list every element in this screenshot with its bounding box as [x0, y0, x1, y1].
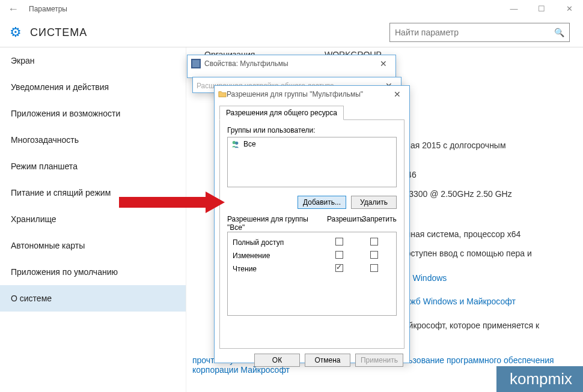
perm-row-full: Полный доступ	[233, 236, 391, 249]
folder-icon	[218, 90, 227, 98]
dialog-title: Разрешения для группы "Мультфильмы"	[227, 90, 389, 98]
sidebar-item-screen[interactable]: Экран	[0, 47, 186, 74]
checkbox-allow-read[interactable]	[335, 264, 343, 272]
window-title: Параметры	[26, 5, 500, 13]
sidebar-item-multitasking[interactable]: Многозадачность	[0, 127, 186, 153]
list-item[interactable]: Все	[231, 140, 392, 148]
dialog-title: Свойства: Мультфильмы	[204, 59, 375, 68]
remove-button[interactable]: Удалить	[351, 196, 397, 209]
sidebar-item-tablet[interactable]: Режим планшета	[0, 153, 186, 179]
cancel-button[interactable]: Отмена	[305, 354, 350, 367]
svg-point-3	[235, 142, 238, 145]
page-title: СИСТЕМА	[30, 26, 389, 39]
permissions-dialog: Разрешения для группы "Мультфильмы" ✕ Ра…	[214, 85, 410, 363]
back-button[interactable]: ←	[0, 3, 26, 16]
maximize-button[interactable]: ☐	[528, 0, 555, 18]
minimize-button[interactable]: —	[500, 0, 528, 18]
close-button[interactable]: ✕	[555, 0, 583, 18]
add-button[interactable]: Добавить...	[298, 196, 346, 209]
search-box[interactable]: 🔍	[389, 23, 570, 42]
ok-button[interactable]: ОК	[254, 354, 300, 367]
app-icon	[191, 59, 201, 68]
pen-fragment: едоступен ввод с помощью пера и	[397, 249, 532, 258]
sidebar-item-default-apps[interactable]: Приложения по умолчанию	[0, 259, 186, 285]
checkbox-deny-read[interactable]	[370, 264, 378, 272]
properties-dialog: Свойства: Мультфильмы ✕	[187, 55, 396, 78]
search-input[interactable]	[395, 28, 554, 37]
os-fragment: ионная система, процессор x64	[397, 229, 520, 239]
close-icon[interactable]: ✕	[375, 59, 392, 68]
checkbox-allow-full[interactable]	[335, 238, 343, 246]
perm-row-modify: Изменение	[233, 249, 391, 262]
perm-row-read: Чтение	[233, 262, 391, 276]
ms-fragment: Майкрософт, которое применяется к	[397, 321, 539, 330]
link-services[interactable]: служб Windows и Майкрософт	[397, 297, 516, 306]
sidebar-item-apps[interactable]: Приложения и возможности	[0, 100, 186, 127]
groups-label: Группы или пользователи:	[227, 126, 397, 134]
watermark: kompmix	[496, 366, 583, 392]
sidebar-item-about[interactable]: О системе	[0, 285, 186, 312]
groups-listbox[interactable]: Все	[227, 137, 397, 187]
tab-share-permissions[interactable]: Разрешения для общего ресурса	[219, 106, 344, 120]
checkbox-allow-modify[interactable]	[335, 251, 343, 259]
cpu-fragment: J E3300 @ 2.50GHz 2.50 GHz	[397, 189, 512, 199]
sidebar-item-notifications[interactable]: Уведомления и действия	[0, 74, 186, 100]
col-allow: Разрешить	[327, 215, 362, 232]
gear-icon: ⚙	[10, 25, 22, 40]
checkbox-deny-full[interactable]	[370, 238, 378, 246]
edition-fragment: ивная 2015 с долгосрочным	[397, 140, 506, 150]
highlight-arrow	[119, 192, 227, 213]
svg-rect-1	[192, 60, 200, 67]
sidebar: Экран Уведомления и действия Приложения …	[0, 47, 186, 392]
svg-point-2	[233, 141, 236, 144]
col-deny: Запретить	[362, 215, 397, 232]
header: ⚙ СИСТЕМА 🔍	[0, 18, 583, 47]
permissions-heading: Разрешения для группы "Все"	[227, 215, 327, 232]
search-icon: 🔍	[554, 28, 564, 37]
apply-button[interactable]: Применить	[355, 354, 403, 367]
titlebar: ← Параметры — ☐ ✕	[0, 0, 583, 18]
sidebar-item-offline-maps[interactable]: Автономные карты	[0, 232, 186, 259]
close-icon[interactable]: ✕	[389, 89, 406, 99]
checkbox-deny-modify[interactable]	[370, 251, 378, 259]
permissions-list: Полный доступ Изменение Чтение	[227, 232, 397, 316]
group-name: Все	[243, 140, 256, 148]
users-icon	[231, 140, 240, 148]
